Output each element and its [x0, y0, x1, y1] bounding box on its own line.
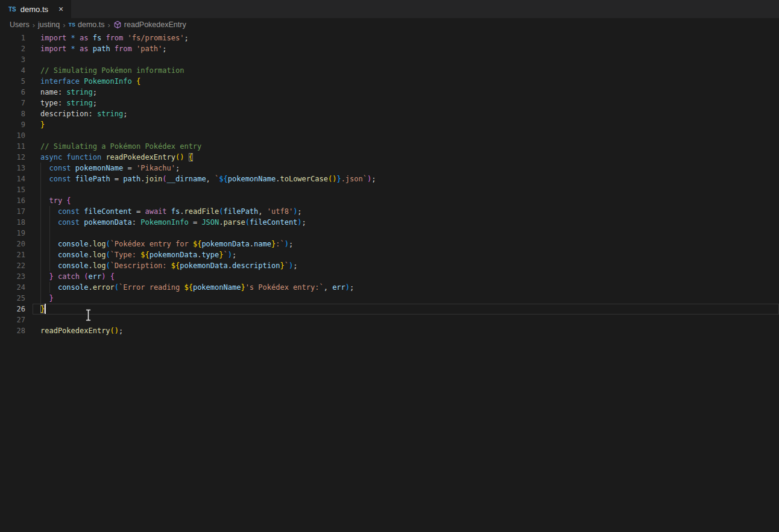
- line-number[interactable]: 15: [0, 184, 33, 195]
- line-number[interactable]: 11: [0, 141, 33, 152]
- code-line-content[interactable]: // Simulating Pokémon information: [33, 65, 779, 76]
- code-token: type:: [40, 99, 66, 107]
- code-line-content[interactable]: } catch (err) {: [33, 271, 779, 282]
- line-number[interactable]: 27: [0, 315, 33, 325]
- code-line-content[interactable]: }: [33, 119, 779, 130]
- code-line-content[interactable]: }: [33, 293, 779, 304]
- code-line-content[interactable]: type: string;: [33, 98, 779, 108]
- breadcrumb-separator-icon: ›: [107, 20, 110, 30]
- tab-demo-ts[interactable]: TS demo.ts ×: [0, 0, 71, 18]
- code-line-content[interactable]: console.log(`Type: ${pokemonData.type}`)…: [33, 249, 779, 260]
- code-token: ${: [219, 175, 227, 183]
- code-token: // Simulating Pokémon information: [40, 66, 184, 75]
- code-line: 6name: string;: [0, 87, 779, 98]
- code-token: ;: [93, 99, 97, 107]
- breadcrumb-item-justinq[interactable]: justinq: [38, 20, 60, 29]
- code-line-content[interactable]: readPokedexEntry();: [33, 325, 779, 336]
- code-line-content[interactable]: const pokemonName = 'Pikachu';: [33, 163, 779, 174]
- code-token: ${: [193, 240, 201, 248]
- code-token: log: [93, 251, 106, 259]
- line-number[interactable]: 10: [0, 130, 33, 141]
- breadcrumb-item-users[interactable]: Users: [10, 20, 30, 29]
- code-token: [40, 175, 49, 183]
- line-number[interactable]: 25: [0, 293, 33, 304]
- code-line-content[interactable]: [33, 315, 779, 325]
- line-number[interactable]: 8: [0, 108, 33, 119]
- line-number[interactable]: 18: [0, 217, 33, 228]
- line-number[interactable]: 5: [0, 76, 33, 87]
- code-line-content[interactable]: [33, 54, 779, 65]
- line-number[interactable]: 12: [0, 152, 33, 163]
- code-token: }: [40, 120, 45, 129]
- code-token: as: [80, 34, 93, 42]
- code-token: from: [106, 34, 127, 42]
- close-icon[interactable]: ×: [57, 4, 65, 14]
- code-token: const: [49, 175, 75, 183]
- code-line-content[interactable]: try {: [33, 195, 779, 206]
- code-token: [40, 272, 49, 281]
- code-line-content[interactable]: interface PokemonInfo {: [33, 76, 779, 87]
- line-number[interactable]: 24: [0, 282, 33, 293]
- indent-guide: [49, 282, 50, 293]
- code-line-content[interactable]: import * as fs from 'fs/promises';: [33, 33, 779, 43]
- breadcrumb-item-demo.ts[interactable]: TSdemo.ts: [68, 20, 104, 29]
- code-line-content[interactable]: [33, 228, 779, 239]
- line-number[interactable]: 23: [0, 271, 33, 282]
- code-token: ): [297, 218, 301, 227]
- code-token: {: [189, 153, 193, 161]
- line-number[interactable]: 22: [0, 260, 33, 271]
- code-token: ,: [258, 207, 266, 216]
- line-number[interactable]: 21: [0, 249, 33, 260]
- code-line-content[interactable]: async function readPokedexEntry() {: [33, 152, 779, 163]
- line-number[interactable]: 28: [0, 325, 33, 336]
- code-token: console: [58, 251, 89, 259]
- code-line-content[interactable]: name: string;: [33, 87, 779, 98]
- code-line-content[interactable]: const pokemonData: PokemonInfo = JSON.pa…: [33, 217, 779, 228]
- code-token: `: [224, 251, 228, 259]
- code-token: join: [145, 175, 162, 183]
- code-line-content[interactable]: console.log(`Pokédex entry for ${pokemon…: [33, 239, 779, 249]
- code-line-content[interactable]: [33, 184, 779, 195]
- code-token: `: [285, 261, 289, 270]
- code-token: ;: [119, 327, 123, 335]
- code-token: pokemonName: [75, 164, 123, 172]
- code-token: ;: [297, 207, 301, 216]
- line-number[interactable]: 4: [0, 65, 33, 76]
- code-line-content[interactable]: [33, 130, 779, 141]
- code-token: (: [219, 207, 223, 216]
- line-number[interactable]: 9: [0, 119, 33, 130]
- code-line-content[interactable]: }: [33, 304, 779, 315]
- code-line-content[interactable]: const fileContent = await fs.readFile(fi…: [33, 206, 779, 217]
- code-token: 'utf8': [267, 207, 293, 216]
- line-number[interactable]: 20: [0, 239, 33, 249]
- breadcrumb-item-readpokedexentry[interactable]: readPokedexEntry: [113, 20, 186, 29]
- line-number[interactable]: 14: [0, 174, 33, 184]
- line-number[interactable]: 13: [0, 163, 33, 174]
- code-token: (: [106, 251, 110, 259]
- code-token: console: [58, 283, 89, 292]
- code-token: console: [58, 261, 89, 270]
- code-token: // Simulating a Pokémon Pokédex entry: [40, 142, 201, 151]
- code-line: 15: [0, 184, 779, 195]
- code-line-content[interactable]: description: string;: [33, 108, 779, 119]
- line-number[interactable]: 2: [0, 43, 33, 54]
- line-number[interactable]: 1: [0, 33, 33, 43]
- line-number[interactable]: 16: [0, 195, 33, 206]
- code-line-content[interactable]: console.error(`Error reading ${pokemonNa…: [33, 282, 779, 293]
- code-line-content[interactable]: console.log(`Description: ${pokemonData.…: [33, 260, 779, 271]
- line-number[interactable]: 26: [0, 304, 33, 315]
- line-number[interactable]: 17: [0, 206, 33, 217]
- code-token: PokemonInfo: [84, 77, 136, 86]
- code-editor[interactable]: 1import * as fs from 'fs/promises';2impo…: [0, 31, 779, 532]
- line-number[interactable]: 6: [0, 87, 33, 98]
- line-number[interactable]: 7: [0, 98, 33, 108]
- line-number[interactable]: 3: [0, 54, 33, 65]
- code-line-content[interactable]: const filePath = path.join(__dirname, `$…: [33, 174, 779, 184]
- code-token: async function: [40, 153, 106, 161]
- code-line-content[interactable]: // Simulating a Pokémon Pokédex entry: [33, 141, 779, 152]
- code-line: 17 const fileContent = await fs.readFile…: [0, 206, 779, 217]
- code-line-content[interactable]: import * as path from 'path';: [33, 43, 779, 54]
- code-token: [40, 196, 49, 205]
- line-number[interactable]: 19: [0, 228, 33, 239]
- code-token: filePath: [224, 207, 259, 216]
